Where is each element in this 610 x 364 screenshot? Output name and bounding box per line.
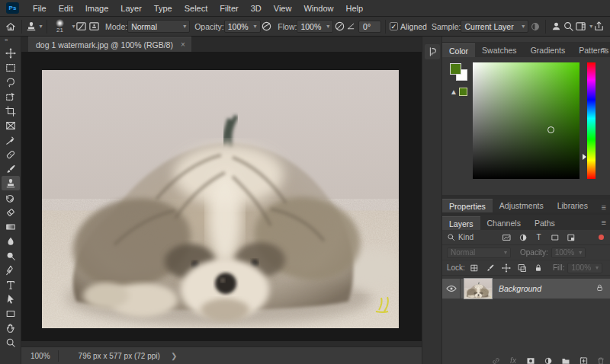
tool-path-selection[interactable] [2,292,20,306]
panel-menu-icon[interactable]: ≡ [602,45,606,54]
share-icon[interactable] [592,19,605,34]
lock-position-icon[interactable] [500,262,513,273]
document-tab[interactable]: dog 1 watermark.jpg @ 100% (RGB/8) × [28,37,191,52]
menu-layer[interactable]: Layer [114,0,148,17]
filter-type-layers-icon[interactable]: T [532,231,545,243]
tool-frame[interactable] [2,118,20,133]
toggle-brush-settings-icon[interactable] [75,19,88,34]
tool-clone-stamp[interactable] [2,176,20,190]
tool-eyedropper[interactable] [2,133,20,147]
filter-toggle-icon[interactable] [599,235,604,240]
tab-libraries[interactable]: Libraries [551,199,595,212]
tool-preset-clone-stamp[interactable]: ▾ [26,21,43,32]
aligned-checkbox[interactable]: ✓ [390,22,398,30]
lock-all-icon[interactable] [532,262,545,273]
new-adjustment-layer-icon[interactable] [542,355,554,364]
zoom-level-field[interactable]: 100% [21,350,59,362]
tool-object-selection[interactable] [2,89,20,104]
airbrush-icon[interactable] [333,19,346,34]
history-panel-icon[interactable] [425,44,440,59]
tool-zoom[interactable] [2,335,20,350]
layers-opacity-field[interactable]: 100% ▾ [551,247,586,258]
collapse-tools-icon[interactable]: » [0,37,8,46]
horizontal-scrollbar[interactable] [21,341,422,346]
link-layers-icon[interactable] [490,355,502,364]
tool-lasso[interactable] [2,75,20,89]
menu-file[interactable]: File [27,0,53,17]
lock-artboard-icon[interactable] [516,262,529,273]
tool-brush[interactable] [2,161,20,176]
pressure-opacity-icon[interactable] [261,19,274,34]
hue-marker-icon[interactable] [583,154,586,160]
menu-window[interactable]: Window [297,0,339,17]
aligned-option[interactable]: ✓ Aligned [390,22,427,31]
tab-properties[interactable]: Properties [442,199,493,212]
foreground-background-swatches[interactable] [450,63,470,83]
account-icon[interactable] [550,19,563,34]
tool-hand[interactable] [2,321,20,335]
gamut-color-swatch[interactable] [459,88,467,96]
lock-transparency-icon[interactable] [468,262,481,273]
foreground-color-swatch[interactable] [450,63,461,75]
tool-spot-healing-brush[interactable] [2,147,20,161]
filter-adjustment-layers-icon[interactable] [516,231,529,243]
tool-eraser[interactable] [2,205,20,219]
new-group-icon[interactable] [560,355,572,364]
tab-swatches[interactable]: Swatches [475,43,524,57]
menu-help[interactable]: Help [340,0,370,17]
tab-layers[interactable]: Layers [442,216,480,230]
tab-gradients[interactable]: Gradients [524,43,573,57]
menu-view[interactable]: View [268,0,298,17]
menu-3d[interactable]: 3D [245,0,268,17]
tool-gradient[interactable] [2,219,20,234]
layer-locked-icon[interactable] [596,283,604,294]
menu-image[interactable]: Image [79,0,115,17]
layer-filter-type[interactable]: Kind [447,233,497,241]
hue-slider[interactable] [587,62,596,179]
filter-pixel-layers-icon[interactable] [500,231,513,243]
sample-select[interactable]: Current Layer ▾ [461,20,528,33]
saturation-brightness-field[interactable] [473,62,580,179]
angle-field[interactable]: 0° [358,21,381,33]
menu-select[interactable]: Select [178,0,214,17]
tool-dodge[interactable] [2,248,20,263]
tool-rectangle-shape[interactable] [2,306,20,321]
ignore-adjustment-layers-icon[interactable] [528,19,541,34]
lock-paint-icon[interactable] [484,262,497,273]
status-chevron-icon[interactable]: ❯ [171,352,177,360]
layer-thumbnail[interactable] [464,279,492,299]
tab-channels[interactable]: Channels [480,216,528,230]
tool-type[interactable] [2,277,20,292]
tool-rectangular-marquee[interactable] [2,60,20,75]
blend-mode-select[interactable]: Normal ▾ [447,247,511,258]
fill-field[interactable]: 100% ▾ [567,263,602,273]
tool-crop[interactable] [2,104,20,118]
filter-shape-layers-icon[interactable] [548,231,561,243]
search-icon[interactable] [563,19,576,34]
tab-color[interactable]: Color [442,43,475,57]
tool-pen[interactable] [2,263,20,277]
opacity-field[interactable]: 100% ▾ [224,20,261,33]
layer-row-background[interactable]: Background [442,279,610,299]
menu-type[interactable]: Type [148,0,178,17]
layer-effects-icon[interactable]: fx [507,355,519,364]
toggle-clone-source-icon[interactable] [88,19,101,34]
tab-paths[interactable]: Paths [528,216,562,230]
filter-smart-objects-icon[interactable] [564,231,577,243]
menu-edit[interactable]: Edit [53,0,79,17]
new-layer-icon[interactable] [577,355,589,364]
panel-menu-icon[interactable]: ≡ [602,218,606,227]
tool-history-brush[interactable] [2,190,20,205]
layer-visibility-toggle[interactable] [442,279,461,299]
add-layer-mask-icon[interactable] [525,355,537,364]
menu-filter[interactable]: Filter [214,0,244,17]
brush-preset-picker[interactable]: 21 ▾ [50,19,75,34]
canvas-area[interactable] [21,52,422,346]
panel-menu-icon[interactable]: ≡ [602,203,606,212]
close-icon[interactable]: × [181,40,185,49]
delete-layer-icon[interactable] [595,355,607,364]
flow-field[interactable]: 100% ▾ [297,20,333,33]
tab-adjustments[interactable]: Adjustments [493,199,551,212]
dog-photo[interactable] [42,70,399,328]
tool-move[interactable] [2,46,20,60]
